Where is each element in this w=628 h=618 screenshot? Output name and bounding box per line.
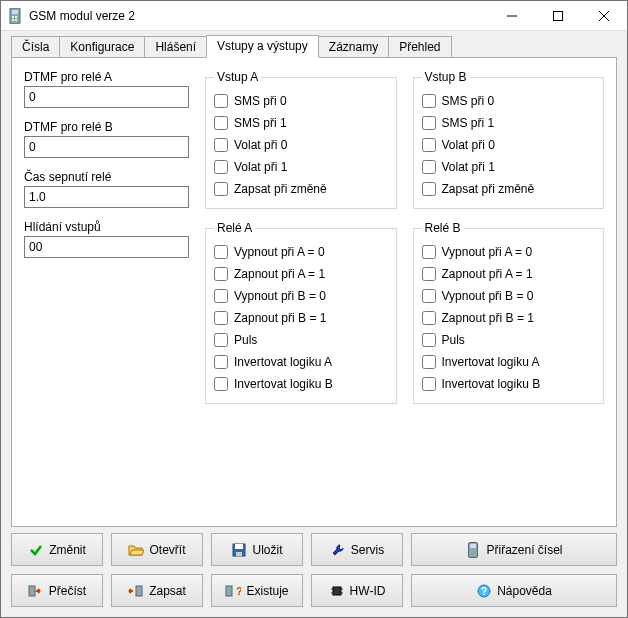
exists-button[interactable]: ? Existuje (211, 574, 303, 607)
chk-input-a-1[interactable] (214, 116, 228, 130)
read-button[interactable]: Přečíst (11, 574, 103, 607)
arrow-left-icon (128, 583, 144, 599)
chk-relay-a-5[interactable] (214, 355, 228, 369)
help-button[interactable]: ? Nápověda (411, 574, 617, 607)
legend-input-b: Vstup B (422, 70, 470, 84)
label-switch-time: Čas sepnutí relé (24, 170, 189, 184)
titlebar: GSM modul verze 2 (1, 1, 627, 31)
svg-rect-3 (15, 16, 17, 18)
chk-input-b-0[interactable] (422, 94, 436, 108)
chk-relay-a-0[interactable] (214, 245, 228, 259)
svg-rect-2 (12, 16, 14, 18)
chk-relay-a-2[interactable] (214, 289, 228, 303)
chk-label: Volat při 1 (234, 160, 287, 174)
tab-config[interactable]: Konfigurace (59, 36, 145, 57)
help-icon: ? (476, 583, 492, 599)
chk-relay-b-3[interactable] (422, 311, 436, 325)
chk-relay-b-6[interactable] (422, 377, 436, 391)
chk-relay-b-5[interactable] (422, 355, 436, 369)
chk-input-b-3[interactable] (422, 160, 436, 174)
chk-label: Invertovat logiku A (442, 355, 540, 369)
tab-io[interactable]: Vstupy a výstupy (206, 35, 319, 58)
btn-label: Nápověda (497, 584, 552, 598)
service-button[interactable]: Servis (311, 533, 403, 566)
btn-label: HW-ID (350, 584, 386, 598)
svg-text:?: ? (481, 586, 487, 597)
chk-relay-a-1[interactable] (214, 267, 228, 281)
save-icon (231, 542, 247, 558)
chk-label: Volat při 1 (442, 160, 495, 174)
btn-label: Přiřazení čísel (486, 543, 562, 557)
hwid-button[interactable]: HW-ID (311, 574, 403, 607)
chk-label: SMS při 1 (234, 116, 287, 130)
label-input-guard: Hlídání vstupů (24, 220, 189, 234)
content-area: Čísla Konfigurace Hlášení Vstupy a výstu… (1, 31, 627, 617)
group-input-a: Vstup A SMS při 0 SMS při 1 Volat při 0 … (205, 70, 397, 209)
chk-label: Invertovat logiku A (234, 355, 332, 369)
chk-relay-b-2[interactable] (422, 289, 436, 303)
chk-input-b-2[interactable] (422, 138, 436, 152)
chk-relay-a-4[interactable] (214, 333, 228, 347)
chk-relay-b-1[interactable] (422, 267, 436, 281)
maximize-button[interactable] (535, 1, 581, 31)
chk-relay-b-0[interactable] (422, 245, 436, 259)
assign-numbers-button[interactable]: Přiřazení čísel (411, 533, 617, 566)
svg-rect-5 (15, 19, 17, 21)
minimize-button[interactable] (489, 1, 535, 31)
label-dtmf-b: DTMF pro relé B (24, 120, 189, 134)
chk-label: Zapnout při A = 1 (442, 267, 533, 281)
chk-label: Puls (442, 333, 465, 347)
chk-label: Zapnout při B = 1 (442, 311, 534, 325)
close-button[interactable] (581, 1, 627, 31)
chk-label: SMS při 1 (442, 116, 495, 130)
chk-input-a-0[interactable] (214, 94, 228, 108)
svg-rect-19 (333, 587, 341, 595)
label-dtmf-a: DTMF pro relé A (24, 70, 189, 84)
svg-rect-12 (236, 552, 242, 556)
folder-open-icon (128, 542, 144, 558)
svg-rect-17 (226, 586, 232, 596)
tab-numbers[interactable]: Čísla (11, 36, 60, 57)
chk-input-b-4[interactable] (422, 182, 436, 196)
btn-label: Zapsat (149, 584, 186, 598)
svg-rect-14 (470, 544, 476, 548)
input-input-guard[interactable] (24, 236, 189, 258)
open-button[interactable]: Otevřít (111, 533, 203, 566)
group-input-b: Vstup B SMS při 0 SMS při 1 Volat při 0 … (413, 70, 605, 209)
chk-input-a-3[interactable] (214, 160, 228, 174)
chk-label: Vypnout při A = 0 (234, 245, 325, 259)
chk-label: Zapnout při B = 1 (234, 311, 326, 325)
left-column: DTMF pro relé A DTMF pro relé B Čas sepn… (24, 70, 189, 514)
btn-label: Otevřít (149, 543, 185, 557)
btn-label: Přečíst (49, 584, 86, 598)
phone-icon (465, 542, 481, 558)
wrench-icon (330, 542, 346, 558)
svg-rect-15 (29, 586, 35, 596)
input-dtmf-b[interactable] (24, 136, 189, 158)
chk-input-b-1[interactable] (422, 116, 436, 130)
chk-input-a-4[interactable] (214, 182, 228, 196)
tab-reports[interactable]: Hlášení (144, 36, 207, 57)
write-button[interactable]: Zapsat (111, 574, 203, 607)
chk-label: Zapsat při změně (442, 182, 535, 196)
app-icon (7, 8, 23, 24)
chk-label: Volat při 0 (234, 138, 287, 152)
svg-rect-16 (136, 586, 142, 596)
chk-label: Invertovat logiku B (234, 377, 333, 391)
input-switch-time[interactable] (24, 186, 189, 208)
question-icon: ? (225, 583, 241, 599)
save-button[interactable]: Uložit (211, 533, 303, 566)
chk-relay-b-4[interactable] (422, 333, 436, 347)
legend-input-a: Vstup A (214, 70, 261, 84)
chk-relay-a-6[interactable] (214, 377, 228, 391)
tab-overview[interactable]: Přehled (388, 36, 451, 57)
btn-label: Servis (351, 543, 384, 557)
input-dtmf-a[interactable] (24, 86, 189, 108)
chk-relay-a-3[interactable] (214, 311, 228, 325)
chk-input-a-2[interactable] (214, 138, 228, 152)
tab-records[interactable]: Záznamy (318, 36, 389, 57)
change-button[interactable]: Změnit (11, 533, 103, 566)
group-relay-a: Relé A Vypnout při A = 0 Zapnout při A =… (205, 221, 397, 404)
btn-label: Změnit (49, 543, 86, 557)
check-icon (28, 542, 44, 558)
